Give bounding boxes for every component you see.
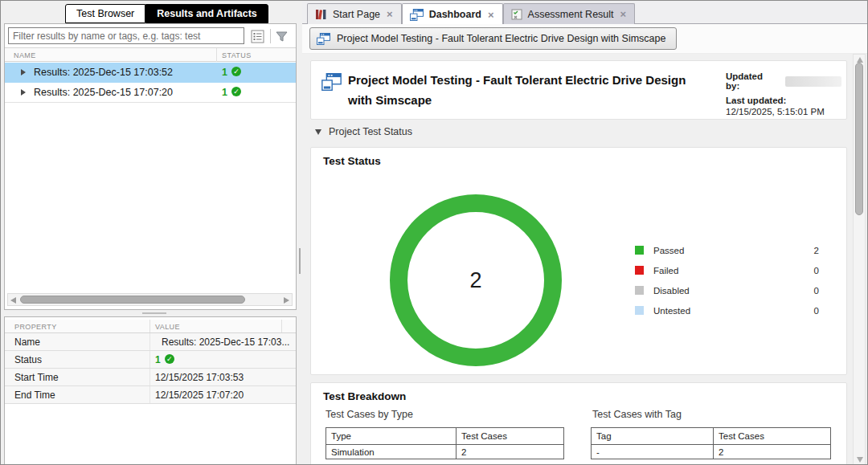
vertical-scrollbar[interactable] (853, 54, 866, 465)
results-list-header: NAME STATUS (5, 47, 296, 62)
properties-panel: PROPERTY VALUE Name Results: 2025-Dec-15… (4, 316, 297, 465)
column-test-cases: Test Cases (714, 428, 830, 444)
test-cases-by-type-table: Type Test Cases Simulation 2 (326, 427, 564, 459)
dashboard-icon (317, 33, 330, 45)
test-cases-by-type-caption: Test Cases by Type (326, 409, 413, 420)
tab-test-browser[interactable]: Test Browser (65, 4, 145, 23)
property-row-name: Name Results: 2025-Dec-15 17:03... (5, 333, 296, 351)
dashboard-icon (321, 73, 342, 91)
collapse-triangle-icon[interactable] (315, 129, 321, 135)
document-area: Start Page × Dashboard × (302, 1, 868, 465)
filter-button[interactable] (273, 28, 289, 44)
page-title: Project Model Testing - Fault Tolerant E… (348, 70, 711, 110)
result-status: 1 (222, 67, 241, 78)
property-row-end-time: End Time 12/15/2025 17:07:20 (5, 386, 296, 404)
disabled-swatch-icon (635, 286, 644, 295)
scroll-up-icon[interactable] (857, 57, 863, 63)
test-status-legend: Passed 2 Failed 0 Disabled 0 (635, 240, 819, 320)
tab-start-page[interactable]: Start Page × (307, 3, 402, 24)
filter-funnel-icon (275, 30, 289, 43)
expand-arrow-icon[interactable] (21, 89, 26, 96)
report-button[interactable] (249, 28, 265, 44)
legend-item-passed: Passed 2 (635, 240, 819, 260)
filter-results-input[interactable] (8, 27, 244, 44)
section-project-test-status[interactable]: Project Test Status (315, 126, 412, 137)
result-row-2[interactable]: Results: 2025-Dec-15 17:07:20 1 (5, 83, 296, 103)
legend-item-failed: Failed 0 (635, 260, 819, 280)
close-icon[interactable]: × (620, 9, 628, 19)
column-value: VALUE (155, 323, 180, 331)
result-name: Results: 2025-Dec-15 17:07:20 (34, 87, 173, 98)
donut-center-value: 2 (469, 268, 481, 293)
assessment-checklist-icon (511, 9, 522, 20)
updated-by-value-redacted (785, 76, 841, 87)
dashboard-icon (410, 9, 424, 21)
column-property: PROPERTY (14, 323, 57, 331)
table-row: - 2 (592, 445, 830, 459)
column-type: Type (326, 428, 457, 444)
toolbar-separator (270, 29, 271, 43)
dashboard-title-card: Project Model Testing - Fault Tolerant E… (310, 60, 847, 120)
updated-info: Updated by: Last updated: 12/15/2025, 5:… (726, 71, 841, 116)
test-cases-with-tag-caption: Test Cases with Tag (592, 409, 682, 420)
left-panel-tabs: Test Browser Results and Artifacts (65, 4, 268, 23)
test-status-donut-chart: 2 (390, 194, 562, 366)
properties-header: PROPERTY VALUE (5, 320, 296, 333)
column-status: STATUS (222, 51, 252, 59)
passed-check-icon (165, 354, 174, 364)
scrollbar-thumb[interactable] (20, 296, 245, 304)
passed-swatch-icon (635, 246, 644, 255)
horizontal-splitter[interactable] (142, 312, 166, 314)
vertical-splitter[interactable] (299, 248, 301, 274)
updated-by-label: Updated by: (726, 71, 779, 91)
test-manager-window: Test Browser Results and Artifacts NAME … (0, 0, 868, 465)
legend-item-untested: Untested 0 (635, 300, 819, 320)
table-row: Simulation 2 (326, 445, 563, 459)
last-updated-value: 12/15/2025, 5:15:01 PM (726, 107, 841, 116)
close-icon[interactable]: × (386, 9, 394, 19)
column-name: NAME (14, 51, 36, 59)
test-breakdown-heading: Test Breakdown (323, 390, 406, 402)
passed-check-icon (231, 67, 241, 76)
dashboard-content: Project Model Testing - Fault Tolerant E… (302, 54, 868, 465)
tab-assessment-result[interactable]: Assessment Result × (503, 3, 636, 24)
expand-arrow-icon[interactable] (21, 69, 26, 75)
breadcrumb-dashboard-button[interactable]: Project Model Testing - Fault Tolerant E… (309, 27, 677, 50)
report-list-icon (251, 30, 264, 43)
result-name: Results: 2025-Dec-15 17:03:52 (34, 67, 173, 78)
column-tag: Tag (592, 428, 714, 444)
document-tabbar: Start Page × Dashboard × (302, 1, 868, 24)
result-row-1[interactable]: Results: 2025-Dec-15 17:03:52 1 (5, 63, 296, 83)
property-row-status: Status 1 (5, 351, 296, 369)
untested-swatch-icon (635, 306, 644, 315)
scroll-left-icon[interactable] (10, 297, 16, 304)
test-status-card: Test Status 2 Passed 2 Failed 0 (310, 147, 847, 375)
books-icon (315, 8, 327, 20)
passed-check-icon (231, 87, 241, 96)
test-breakdown-card: Test Breakdown Test Cases by Type Type T… (310, 382, 847, 465)
horizontal-scrollbar[interactable] (7, 293, 293, 306)
last-updated-label: Last updated: (726, 96, 841, 105)
tab-dashboard[interactable]: Dashboard × (402, 3, 503, 25)
close-icon[interactable]: × (487, 10, 495, 20)
scroll-right-icon[interactable] (284, 297, 289, 304)
legend-item-disabled: Disabled 0 (635, 280, 819, 300)
results-panel: NAME STATUS Results: 2025-Dec-15 17:03:5… (4, 23, 297, 310)
scroll-down-icon[interactable] (857, 457, 863, 463)
test-status-heading: Test Status (323, 155, 381, 167)
result-status: 1 (222, 87, 241, 98)
column-test-cases: Test Cases (457, 428, 563, 444)
scrollbar-thumb[interactable] (855, 63, 863, 215)
property-row-start-time: Start Time 12/15/2025 17:03:53 (5, 369, 296, 386)
failed-swatch-icon (635, 266, 644, 275)
breadcrumb-bar: Project Model Testing - Fault Tolerant E… (302, 24, 868, 54)
tab-results-and-artifacts[interactable]: Results and Artifacts (145, 4, 268, 23)
test-cases-with-tag-table: Tag Test Cases - 2 (591, 427, 831, 459)
